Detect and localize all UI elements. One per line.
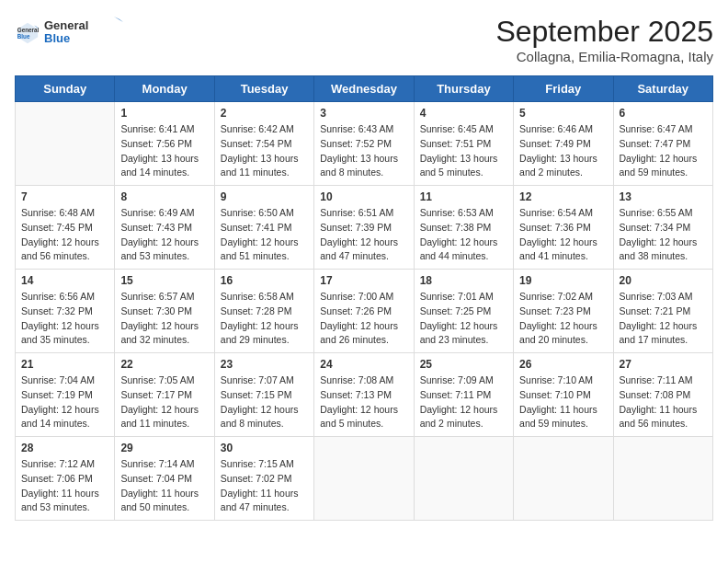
weekday-header: Wednesday [314,76,414,102]
calendar-day-cell: 2Sunrise: 6:42 AMSunset: 7:54 PMDaylight… [214,102,313,186]
day-number: 8 [120,190,208,203]
day-info: Sunrise: 7:01 AMSunset: 7:25 PMDaylight:… [420,290,507,348]
day-number: 13 [620,190,707,203]
day-number: 15 [120,274,208,287]
day-info: Sunrise: 6:53 AMSunset: 7:38 PMDaylight:… [420,206,507,264]
calendar-day-cell: 15Sunrise: 6:57 AMSunset: 7:30 PMDayligh… [115,270,214,353]
calendar-day-cell: 16Sunrise: 6:58 AMSunset: 7:28 PMDayligh… [214,270,313,353]
svg-text:General: General [17,27,40,33]
day-number: 9 [221,190,308,203]
day-info: Sunrise: 7:11 AMSunset: 7:08 PMDaylight:… [620,373,707,431]
day-info: Sunrise: 6:58 AMSunset: 7:28 PMDaylight:… [221,290,308,348]
svg-text:General: General [44,18,88,32]
day-number: 14 [21,274,108,287]
calendar-day-cell: 7Sunrise: 6:48 AMSunset: 7:45 PMDaylight… [16,186,115,270]
weekday-row: SundayMondayTuesdayWednesdayThursdayFrid… [16,76,713,102]
day-info: Sunrise: 7:15 AMSunset: 7:02 PMDaylight:… [221,457,308,515]
calendar-day-cell: 23Sunrise: 7:07 AMSunset: 7:15 PMDayligh… [214,353,313,437]
day-number: 4 [420,107,507,120]
day-info: Sunrise: 7:00 AMSunset: 7:26 PMDaylight:… [320,290,407,348]
weekday-header: Sunday [16,76,115,102]
calendar-week-row: 28Sunrise: 7:12 AMSunset: 7:06 PMDayligh… [16,437,713,521]
day-number: 2 [221,107,308,120]
day-info: Sunrise: 7:14 AMSunset: 7:04 PMDaylight:… [120,457,208,515]
day-info: Sunrise: 7:02 AMSunset: 7:23 PMDaylight:… [519,290,607,348]
day-info: Sunrise: 6:56 AMSunset: 7:32 PMDaylight:… [21,290,108,348]
calendar-day-cell: 24Sunrise: 7:08 AMSunset: 7:13 PMDayligh… [314,353,414,437]
calendar-day-cell [16,102,115,186]
calendar-body: 1Sunrise: 6:41 AMSunset: 7:56 PMDaylight… [16,102,713,521]
calendar-header: SundayMondayTuesdayWednesdayThursdayFrid… [16,76,713,102]
day-info: Sunrise: 7:03 AMSunset: 7:21 PMDaylight:… [620,290,707,348]
calendar-week-row: 1Sunrise: 6:41 AMSunset: 7:56 PMDaylight… [16,102,713,186]
day-number: 16 [221,274,308,287]
day-number: 21 [21,358,108,371]
day-number: 17 [320,274,407,287]
day-number: 5 [519,107,607,120]
day-number: 18 [420,274,507,287]
day-number: 30 [221,442,308,454]
calendar-day-cell: 27Sunrise: 7:11 AMSunset: 7:08 PMDayligh… [613,353,712,437]
day-number: 1 [120,107,208,120]
day-info: Sunrise: 6:45 AMSunset: 7:51 PMDaylight:… [420,122,507,180]
calendar-day-cell [514,437,613,521]
day-number: 11 [420,190,507,203]
calendar-day-cell: 12Sunrise: 6:54 AMSunset: 7:36 PMDayligh… [514,186,613,270]
calendar-day-cell: 29Sunrise: 7:14 AMSunset: 7:04 PMDayligh… [115,437,214,521]
day-number: 22 [120,358,208,371]
day-number: 10 [320,190,407,203]
day-info: Sunrise: 6:47 AMSunset: 7:47 PMDaylight:… [620,122,707,180]
calendar-day-cell: 18Sunrise: 7:01 AMSunset: 7:25 PMDayligh… [414,270,513,353]
day-info: Sunrise: 6:55 AMSunset: 7:34 PMDaylight:… [620,206,707,264]
day-info: Sunrise: 6:50 AMSunset: 7:41 PMDaylight:… [221,206,308,264]
day-number: 7 [21,190,108,203]
day-info: Sunrise: 7:09 AMSunset: 7:11 PMDaylight:… [420,373,507,431]
day-number: 24 [320,358,407,371]
svg-text:Blue: Blue [17,33,30,40]
calendar-day-cell [414,437,513,521]
day-info: Sunrise: 6:54 AMSunset: 7:36 PMDaylight:… [519,206,607,264]
weekday-header: Saturday [613,76,712,102]
day-info: Sunrise: 7:04 AMSunset: 7:19 PMDaylight:… [21,373,108,431]
calendar-week-row: 7Sunrise: 6:48 AMSunset: 7:45 PMDaylight… [16,186,713,270]
page-subtitle: Collagna, Emilia-Romagna, Italy [495,49,713,64]
day-info: Sunrise: 7:12 AMSunset: 7:06 PMDaylight:… [21,457,108,515]
calendar-day-cell: 28Sunrise: 7:12 AMSunset: 7:06 PMDayligh… [16,437,115,521]
day-info: Sunrise: 6:42 AMSunset: 7:54 PMDaylight:… [221,122,308,180]
day-number: 25 [420,358,507,371]
day-info: Sunrise: 7:08 AMSunset: 7:13 PMDaylight:… [320,373,407,431]
calendar-day-cell [314,437,414,521]
calendar-day-cell: 20Sunrise: 7:03 AMSunset: 7:21 PMDayligh… [613,270,712,353]
calendar-day-cell [613,437,712,521]
day-info: Sunrise: 6:51 AMSunset: 7:39 PMDaylight:… [320,206,407,264]
day-info: Sunrise: 6:43 AMSunset: 7:52 PMDaylight:… [320,122,407,180]
calendar-day-cell: 4Sunrise: 6:45 AMSunset: 7:51 PMDaylight… [414,102,513,186]
day-number: 6 [620,107,707,120]
calendar-day-cell: 17Sunrise: 7:00 AMSunset: 7:26 PMDayligh… [314,270,414,353]
calendar-day-cell: 21Sunrise: 7:04 AMSunset: 7:19 PMDayligh… [16,353,115,437]
calendar-week-row: 14Sunrise: 6:56 AMSunset: 7:32 PMDayligh… [16,270,713,353]
calendar-day-cell: 1Sunrise: 6:41 AMSunset: 7:56 PMDaylight… [115,102,214,186]
calendar-day-cell: 6Sunrise: 6:47 AMSunset: 7:47 PMDaylight… [613,102,712,186]
calendar-day-cell: 9Sunrise: 6:50 AMSunset: 7:41 PMDaylight… [214,186,313,270]
day-number: 28 [21,442,108,454]
day-number: 20 [620,274,707,287]
day-number: 3 [320,107,407,120]
day-number: 19 [519,274,607,287]
day-number: 27 [620,358,707,371]
day-info: Sunrise: 6:49 AMSunset: 7:43 PMDaylight:… [120,206,208,264]
day-number: 12 [519,190,607,203]
logo-icon: General Blue [15,20,40,46]
calendar-day-cell: 25Sunrise: 7:09 AMSunset: 7:11 PMDayligh… [414,353,513,437]
calendar-day-cell: 30Sunrise: 7:15 AMSunset: 7:02 PMDayligh… [214,437,313,521]
weekday-header: Tuesday [214,76,313,102]
title-block: September 2025 Collagna, Emilia-Romagna,… [495,15,713,64]
svg-marker-5 [114,17,123,22]
calendar-table: SundayMondayTuesdayWednesdayThursdayFrid… [15,75,713,521]
day-info: Sunrise: 7:07 AMSunset: 7:15 PMDaylight:… [221,373,308,431]
calendar-day-cell: 3Sunrise: 6:43 AMSunset: 7:52 PMDaylight… [314,102,414,186]
day-info: Sunrise: 7:05 AMSunset: 7:17 PMDaylight:… [120,373,208,431]
logo: General Blue General Blue [15,15,127,52]
page-header: General Blue General Blue September 2025… [15,15,713,64]
weekday-header: Thursday [414,76,513,102]
